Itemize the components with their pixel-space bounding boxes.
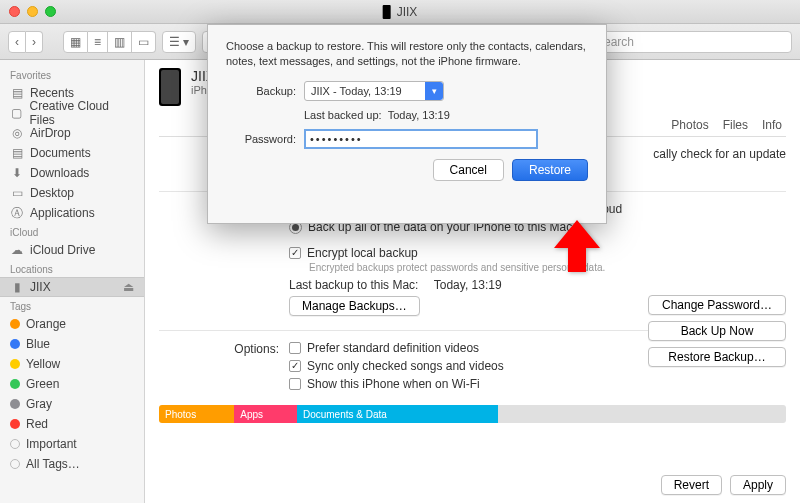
tag-dot-icon: [10, 419, 20, 429]
back-button[interactable]: ‹: [8, 31, 26, 53]
sidebar-item-desktop[interactable]: ▭Desktop: [0, 183, 144, 203]
sidebar-tag-gray[interactable]: Gray: [0, 394, 144, 414]
encrypt-subtext: Encrypted backups protect passwords and …: [309, 262, 786, 273]
storage-apps: Apps: [234, 405, 297, 423]
storage-photos: Photos: [159, 405, 234, 423]
zoom-window-button[interactable]: [45, 6, 56, 17]
restore-backup-dialog: Choose a backup to restore. This will re…: [207, 24, 607, 224]
sidebar-head-icloud: iCloud: [0, 223, 144, 240]
sidebar-tag-orange[interactable]: Orange: [0, 314, 144, 334]
restore-backup-button[interactable]: Restore Backup…: [648, 347, 786, 367]
titlebar: JIIX: [0, 0, 800, 24]
cancel-button[interactable]: Cancel: [433, 159, 504, 181]
storage-documents: Documents & Data: [297, 405, 498, 423]
checkbox-icon: [289, 378, 301, 390]
apply-button[interactable]: Apply: [730, 475, 786, 495]
tag-dot-icon: [10, 379, 20, 389]
view-gallery-button[interactable]: ▭: [132, 31, 156, 53]
eject-icon[interactable]: ⏏: [123, 280, 134, 294]
svg-marker-2: [554, 220, 600, 272]
view-buttons: ▦ ≡ ▥ ▭: [63, 31, 156, 53]
sidebar-item-device[interactable]: ▮JIIX⏏: [0, 277, 144, 297]
manage-backups-button[interactable]: Manage Backups…: [289, 296, 420, 316]
minimize-window-button[interactable]: [27, 6, 38, 17]
group-button[interactable]: ☰ ▾: [162, 31, 196, 53]
tag-dot-icon: [10, 359, 20, 369]
select-arrow-icon: ▾: [425, 82, 443, 100]
backup-select[interactable]: JIIX - Today, 13:19 ▾: [304, 81, 444, 101]
applications-icon: Ⓐ: [10, 207, 24, 219]
sidebar-head-locations: Locations: [0, 260, 144, 277]
view-list-button[interactable]: ≡: [88, 31, 108, 53]
phone-icon: ▮: [10, 281, 24, 293]
sidebar: Favorites ▤Recents ▢Creative Cloud Files…: [0, 60, 145, 503]
nav-buttons: ‹ ›: [8, 31, 43, 53]
device-image: [159, 68, 181, 106]
storage-free: [498, 405, 786, 423]
tag-dot-icon: [10, 319, 20, 329]
sidebar-tag-blue[interactable]: Blue: [0, 334, 144, 354]
options-label: Options:: [159, 341, 289, 395]
close-window-button[interactable]: [9, 6, 20, 17]
sidebar-head-favorites: Favorites: [0, 66, 144, 83]
dialog-message: Choose a backup to restore. This will re…: [226, 39, 588, 69]
sidebar-item-iclouddrive[interactable]: ☁iCloud Drive: [0, 240, 144, 260]
view-column-button[interactable]: ▥: [108, 31, 132, 53]
sidebar-head-tags: Tags: [0, 297, 144, 314]
cloud-icon: ☁: [10, 244, 24, 256]
recents-icon: ▤: [10, 87, 24, 99]
sidebar-item-creativecloud[interactable]: ▢Creative Cloud Files: [0, 103, 144, 123]
downloads-icon: ⬇: [10, 167, 24, 179]
option-wifi[interactable]: Show this iPhone when on Wi-Fi: [289, 377, 786, 391]
sidebar-item-applications[interactable]: ⒶApplications: [0, 203, 144, 223]
desktop-icon: ▭: [10, 187, 24, 199]
last-backed-up: Last backed up: Today, 13:19: [304, 109, 450, 121]
checkbox-icon: [289, 342, 301, 354]
view-icon-button[interactable]: ▦: [63, 31, 88, 53]
annotation-arrow: [554, 220, 600, 275]
sidebar-tag-yellow[interactable]: Yellow: [0, 354, 144, 374]
device-icon: [383, 5, 391, 19]
documents-icon: ▤: [10, 147, 24, 159]
forward-button[interactable]: ›: [26, 31, 43, 53]
checkbox-icon: [289, 247, 301, 259]
backup-select-label: Backup:: [226, 85, 304, 97]
tab-photos[interactable]: Photos: [671, 118, 708, 132]
last-backup-row: Last backup to this Mac: Today, 13:19: [289, 278, 786, 292]
tag-dot-icon: [10, 439, 20, 449]
change-password-button[interactable]: Change Password…: [648, 295, 786, 315]
sidebar-tag-important[interactable]: Important: [0, 434, 144, 454]
tag-dot-icon: [10, 339, 20, 349]
folder-icon: ▢: [10, 107, 24, 119]
checkbox-icon: [289, 360, 301, 372]
tab-files[interactable]: Files: [723, 118, 748, 132]
window-title: JIIX: [383, 5, 418, 19]
tag-dot-icon: [10, 459, 20, 469]
tag-dot-icon: [10, 399, 20, 409]
password-label: Password:: [226, 133, 304, 145]
airdrop-icon: ◎: [10, 127, 24, 139]
sidebar-tag-all[interactable]: All Tags…: [0, 454, 144, 474]
footer-buttons: Revert Apply: [661, 475, 786, 495]
sidebar-tag-red[interactable]: Red: [0, 414, 144, 434]
sidebar-item-documents[interactable]: ▤Documents: [0, 143, 144, 163]
storage-bar: Photos Apps Documents & Data: [159, 405, 786, 423]
backup-now-button[interactable]: Back Up Now: [648, 321, 786, 341]
sidebar-item-downloads[interactable]: ⬇Downloads: [0, 163, 144, 183]
window-title-text: JIIX: [397, 5, 418, 19]
encrypt-checkbox[interactable]: Encrypt local backup: [289, 246, 786, 260]
tab-info[interactable]: Info: [762, 118, 782, 132]
sidebar-tag-green[interactable]: Green: [0, 374, 144, 394]
password-input[interactable]: •••••••••: [304, 129, 538, 149]
window-controls: [9, 6, 56, 17]
revert-button[interactable]: Revert: [661, 475, 722, 495]
restore-button[interactable]: Restore: [512, 159, 588, 181]
